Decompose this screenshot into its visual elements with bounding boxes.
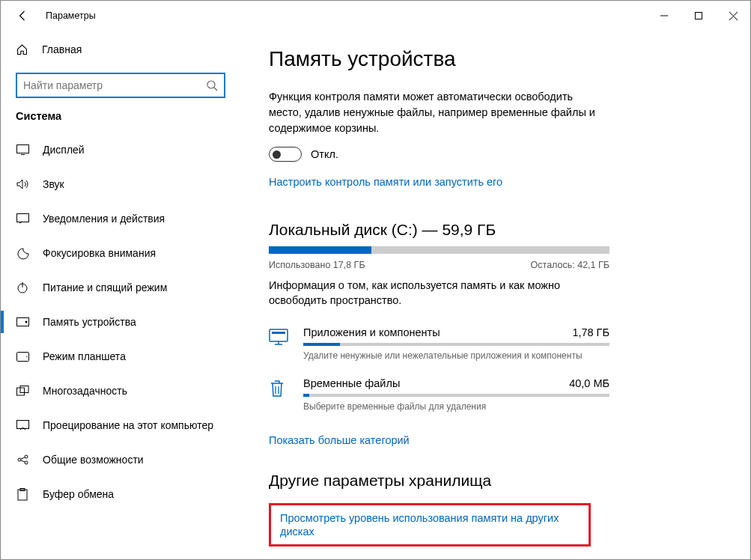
sidebar-item-label: Память устройства xyxy=(43,316,136,328)
category-title: Система xyxy=(1,110,240,133)
trash-icon xyxy=(269,377,290,412)
svg-line-5 xyxy=(214,88,217,91)
storage-category-apps[interactable]: Приложения и компоненты 1,78 ГБ Удалите … xyxy=(269,326,609,373)
disk-usage-bar xyxy=(269,246,609,254)
sidebar-item-multitasking[interactable]: Многозадачность xyxy=(1,374,240,408)
svg-rect-6 xyxy=(16,145,28,153)
sidebar-item-power[interactable]: Питание и спящий режим xyxy=(1,270,240,305)
category-size: 1,78 ГБ xyxy=(572,326,609,338)
sidebar-item-focus[interactable]: Фокусировка внимания xyxy=(1,236,240,270)
sidebar: Главная Система Дисплей Звук Уведомления… xyxy=(1,31,240,559)
sidebar-item-label: Дисплей xyxy=(43,144,85,156)
svg-rect-26 xyxy=(272,332,285,334)
sidebar-item-display[interactable]: Дисплей xyxy=(1,133,240,167)
other-storage-heading: Другие параметры хранилища xyxy=(269,472,750,490)
svg-line-22 xyxy=(21,460,25,462)
storage-sense-toggle[interactable] xyxy=(269,147,302,162)
main-content: Память устройства Функция контроля памят… xyxy=(240,31,750,559)
projecting-icon xyxy=(16,420,29,430)
search-input-container[interactable] xyxy=(16,73,225,98)
back-button[interactable] xyxy=(11,4,35,28)
window-controls xyxy=(647,4,750,28)
sidebar-item-label: Питание и спящий режим xyxy=(43,281,167,293)
svg-rect-8 xyxy=(16,214,28,222)
svg-line-21 xyxy=(21,457,25,459)
category-bar xyxy=(303,343,609,346)
disk-used-label: Использовано 17,8 ГБ xyxy=(269,260,365,270)
sidebar-item-shared[interactable]: Общие возможности xyxy=(1,442,240,477)
sidebar-item-label: Режим планшета xyxy=(43,350,126,362)
sidebar-item-label: Звук xyxy=(43,178,64,190)
titlebar: Параметры xyxy=(1,1,750,31)
category-subtitle: Удалите ненужные или нежелательные прило… xyxy=(303,350,609,361)
display-icon xyxy=(16,144,29,155)
apps-icon xyxy=(269,326,290,361)
storage-icon xyxy=(16,317,29,326)
sidebar-item-projecting[interactable]: Проецирование на этот компьютер xyxy=(1,408,240,442)
category-name: Временные файлы xyxy=(303,377,400,389)
svg-point-18 xyxy=(18,458,21,461)
sound-icon xyxy=(16,179,29,189)
sidebar-item-tablet[interactable]: Режим планшета xyxy=(1,339,240,374)
home-button[interactable]: Главная xyxy=(1,35,240,64)
configure-storage-sense-link[interactable]: Настроить контроль памяти или запустить … xyxy=(269,176,502,188)
multitasking-icon xyxy=(16,386,29,396)
category-size: 40,0 МБ xyxy=(569,377,609,389)
power-icon xyxy=(16,281,29,293)
svg-point-12 xyxy=(25,321,27,323)
storage-category-temp[interactable]: Временные файлы 40,0 МБ Выберите временн… xyxy=(269,377,609,424)
focus-icon xyxy=(16,247,29,260)
minimize-button[interactable] xyxy=(647,4,681,28)
tablet-icon xyxy=(16,352,29,362)
toggle-state-label: Откл. xyxy=(311,148,338,160)
svg-point-4 xyxy=(207,81,215,88)
search-input[interactable] xyxy=(23,79,206,91)
disk-info-text: Информация о том, как используется памят… xyxy=(269,278,598,308)
disk-free-label: Осталось: 42,1 ГБ xyxy=(531,260,609,270)
sidebar-item-label: Общие возможности xyxy=(43,454,144,466)
sidebar-item-label: Многозадачность xyxy=(43,385,127,397)
shared-icon xyxy=(16,454,29,465)
category-name: Приложения и компоненты xyxy=(303,326,440,338)
show-more-categories-link[interactable]: Показать больше категорий xyxy=(269,434,410,446)
category-subtitle: Выберите временные файлы для удаления xyxy=(303,401,609,412)
view-other-drives-link[interactable]: Просмотреть уровень использования памяти… xyxy=(280,512,559,538)
sidebar-item-clipboard[interactable]: Буфер обмена xyxy=(1,477,240,511)
sidebar-item-label: Проецирование на этот компьютер xyxy=(43,419,213,431)
sidebar-item-storage[interactable]: Память устройства xyxy=(1,305,240,339)
maximize-button[interactable] xyxy=(681,4,716,28)
sidebar-item-label: Уведомления и действия xyxy=(43,213,165,225)
search-icon xyxy=(206,79,218,91)
svg-rect-23 xyxy=(18,490,27,500)
svg-rect-25 xyxy=(270,329,288,341)
clipboard-icon xyxy=(16,488,29,501)
sidebar-item-label: Фокусировка внимания xyxy=(43,247,156,259)
page-title: Память устройства xyxy=(269,47,750,71)
sidebar-item-sound[interactable]: Звук xyxy=(1,167,240,201)
svg-point-19 xyxy=(25,455,28,458)
category-bar xyxy=(303,394,609,397)
svg-rect-1 xyxy=(696,13,702,19)
notifications-icon xyxy=(16,213,29,224)
svg-point-20 xyxy=(25,461,28,464)
sidebar-item-notifications[interactable]: Уведомления и действия xyxy=(1,201,240,236)
highlighted-link-box: Просмотреть уровень использования памяти… xyxy=(269,503,591,547)
svg-point-14 xyxy=(26,356,27,356)
home-label: Главная xyxy=(42,43,82,55)
home-icon xyxy=(16,43,28,56)
window-title: Параметры xyxy=(46,10,96,21)
sidebar-item-label: Буфер обмена xyxy=(43,488,114,500)
close-button[interactable] xyxy=(716,4,750,28)
storage-sense-description: Функция контроля памяти может автоматиче… xyxy=(269,89,598,136)
disk-heading: Локальный диск (C:) — 59,9 ГБ xyxy=(269,221,750,239)
